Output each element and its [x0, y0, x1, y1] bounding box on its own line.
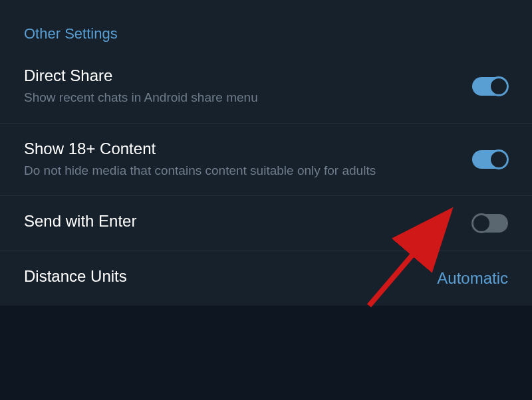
show-18plus-toggle[interactable]	[472, 150, 508, 169]
distance-units-row[interactable]: Distance Units Automatic	[0, 251, 532, 306]
send-with-enter-title: Send with Enter	[24, 212, 459, 231]
show-18plus-text: Show 18+ Content Do not hide media that …	[24, 140, 472, 180]
show-18plus-row[interactable]: Show 18+ Content Do not hide media that …	[0, 124, 532, 197]
show-18plus-description: Do not hide media that contains content …	[24, 162, 459, 180]
show-18plus-title: Show 18+ Content	[24, 140, 459, 158]
direct-share-text: Direct Share Show recent chats in Androi…	[24, 66, 472, 107]
settings-section: Other Settings Direct Share Show recent …	[0, 9, 532, 306]
toggle-knob-icon	[489, 76, 509, 96]
direct-share-description: Show recent chats in Android share menu	[24, 89, 459, 107]
send-with-enter-toggle[interactable]	[472, 214, 508, 233]
send-with-enter-row[interactable]: Send with Enter	[0, 196, 532, 251]
send-with-enter-text: Send with Enter	[24, 212, 472, 235]
direct-share-row[interactable]: Direct Share Show recent chats in Androi…	[0, 50, 532, 124]
direct-share-title: Direct Share	[24, 66, 459, 85]
distance-units-text: Distance Units	[24, 267, 437, 290]
direct-share-toggle[interactable]	[472, 77, 508, 96]
toggle-knob-icon	[471, 213, 491, 233]
distance-units-title: Distance Units	[24, 267, 424, 286]
toggle-knob-icon	[489, 150, 509, 169]
distance-units-value: Automatic	[437, 269, 508, 288]
section-header: Other Settings	[0, 9, 532, 50]
